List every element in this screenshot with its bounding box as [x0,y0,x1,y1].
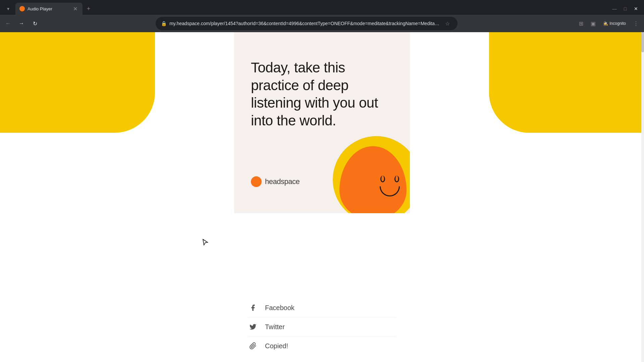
headspace-name: headspace [265,177,300,186]
mouse-cursor [201,238,209,246]
content-card: Today, take this practice of deep listen… [234,32,410,213]
tab-bar: ▾ Audio Player ✕ + — □ ✕ [0,0,644,15]
face-eyes [380,176,400,182]
bg-white-right [489,133,644,362]
facebook-icon [248,302,258,313]
minimize-button[interactable]: — [610,4,619,13]
tab-title: Audio Player [28,6,69,11]
bg-yellow-left [0,32,155,133]
omnibox-action-icons: ☆ [443,19,452,28]
extensions-button[interactable]: ⊞ [576,18,586,29]
card-quote-text: Today, take this practice of deep listen… [251,59,396,129]
bg-yellow-right [489,32,644,133]
more-button[interactable]: ⋮ [631,18,641,29]
reload-button[interactable]: ↻ [30,18,40,29]
face-right-eye [394,176,399,182]
browser-chrome: ▾ Audio Player ✕ + — □ ✕ ← [0,0,644,32]
url-display: my.headspace.com/player/1454?authorId=36… [169,21,440,26]
illus-face [380,176,400,196]
copy-icon [248,341,258,351]
scrollbar[interactable] [641,32,644,362]
bg-white-left [0,133,155,362]
sidebar-button[interactable]: ▣ [588,18,598,29]
headspace-logo: headspace [251,176,300,187]
tab-bar-left: ▾ [0,4,13,13]
incognito-badge[interactable]: 🕵 Incognito [600,20,629,27]
copy-link-button[interactable]: Copied! [248,337,396,355]
tab-close-button[interactable]: ✕ [72,5,78,12]
active-tab[interactable]: Audio Player ✕ [15,3,83,15]
omnibox-bar: ← → ↻ 🔒 my.headspace.com/player/1454?aut… [0,15,644,32]
window-controls: — □ ✕ [610,4,644,13]
lock-icon: 🔒 [161,21,167,26]
bookmark-icon[interactable]: ☆ [443,19,452,28]
facebook-label: Facebook [265,304,294,312]
close-button[interactable]: ✕ [631,4,641,13]
profile-arrow[interactable]: ▾ [3,4,13,13]
face-left-eye [380,176,385,182]
card-illustration [306,126,410,213]
copied-label: Copied! [265,342,288,350]
twitter-label: Twitter [265,323,285,331]
back-button[interactable]: ← [3,18,13,29]
social-share-area: Facebook Twitter Copied! [234,292,410,362]
headspace-dot [251,176,262,187]
toolbar-right: ⊞ ▣ 🕵 Incognito ⋮ [576,18,641,29]
new-tab-button[interactable]: + [84,4,93,13]
facebook-share-button[interactable]: Facebook [248,298,396,317]
forward-button[interactable]: → [16,18,27,29]
twitter-share-button[interactable]: Twitter [248,317,396,337]
scrollbar-thumb[interactable] [641,32,644,52]
omnibox[interactable]: 🔒 my.headspace.com/player/1454?authorId=… [156,17,458,30]
maximize-button[interactable]: □ [621,4,630,13]
page-content: Today, take this practice of deep listen… [0,32,644,362]
twitter-icon [248,321,258,332]
tab-favicon [19,6,25,11]
face-smile [380,186,400,196]
